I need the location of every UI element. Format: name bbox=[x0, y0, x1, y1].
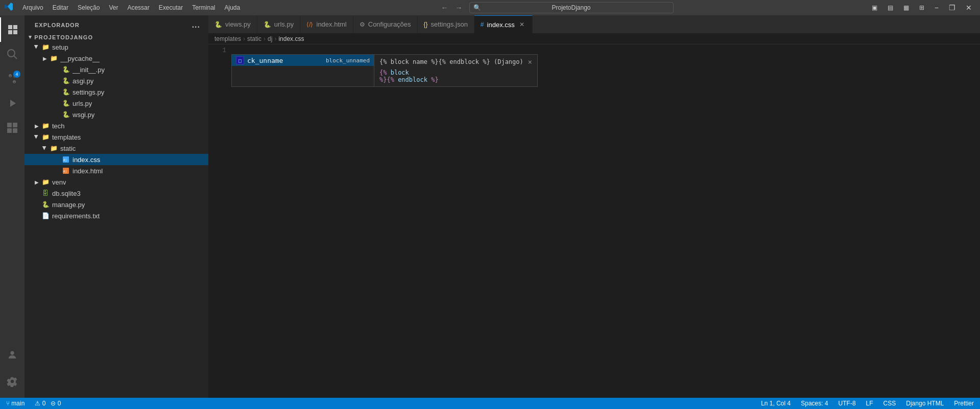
menu-arquivo[interactable]: Arquivo bbox=[18, 2, 47, 13]
tree-item-tech[interactable]: ▶ 📁 tech bbox=[25, 120, 208, 131]
layout-button-2[interactable]: ▤ bbox=[883, 3, 897, 13]
status-eol[interactable]: LF bbox=[864, 400, 875, 407]
activity-settings[interactable] bbox=[0, 369, 25, 394]
tree-item-managepy[interactable]: ▶ 🐍 manage.py bbox=[25, 199, 208, 210]
project-header[interactable]: ▾ PROJETODJANGO bbox=[25, 33, 208, 41]
label-pycache: __pycache__ bbox=[60, 55, 100, 62]
tab-icon-indexhtml: ⟨/⟩ bbox=[306, 21, 313, 28]
nav-back-button[interactable]: ← bbox=[439, 2, 451, 13]
tree-item-urlspy[interactable]: ▶ 🐍 urls.py bbox=[25, 98, 208, 109]
tree-item-wsgspy[interactable]: ▶ 🐍 wsgi.py bbox=[25, 109, 208, 120]
tree-item-pycache[interactable]: ▶ 📁 __pycache__ bbox=[25, 53, 208, 64]
titlebar: Arquivo Editar Seleção Ver Acessar Execu… bbox=[0, 0, 980, 15]
status-language[interactable]: CSS bbox=[881, 400, 898, 407]
detail-close-button[interactable]: × bbox=[528, 58, 532, 66]
tab-close-indexcss[interactable]: ✕ bbox=[518, 20, 526, 29]
tree-item-asgi[interactable]: ▶ 🐍 asgi.py bbox=[25, 75, 208, 86]
tab-configuracoes[interactable]: ⚙ Configurações bbox=[353, 15, 418, 33]
sidebar: Explorador ... ▾ PROJETODJANGO ▶ 📁 setup… bbox=[25, 15, 208, 398]
menu-acessar[interactable]: Acessar bbox=[123, 2, 153, 13]
tree-item-init[interactable]: ▶ 🐍 __init__.py bbox=[25, 64, 208, 75]
autocomplete-label: ck_unname bbox=[247, 57, 283, 64]
tree-item-dbsqlite3[interactable]: ▶ 🗄 db.sqlite3 bbox=[25, 188, 208, 199]
tab-indexhtml[interactable]: ⟨/⟩ index.html bbox=[300, 15, 353, 33]
breadcrumb-indexcss[interactable]: index.css bbox=[278, 35, 304, 42]
nav-forward-button[interactable]: → bbox=[453, 2, 465, 13]
label-urlspy: urls.py bbox=[73, 100, 92, 107]
tree-item-indexcss[interactable]: ▶ dj index.css bbox=[25, 154, 208, 165]
activity-extensions[interactable] bbox=[0, 116, 25, 140]
menu-executar[interactable]: Executar bbox=[155, 2, 187, 13]
menu-editar[interactable]: Editar bbox=[49, 2, 73, 13]
tree-item-indexhtml[interactable]: ▶ dj index.html bbox=[25, 165, 208, 176]
layout-button-1[interactable]: ▣ bbox=[868, 3, 881, 13]
arrow-static: ▶ bbox=[41, 144, 49, 152]
autocomplete-item-block-unnamed[interactable]: □ ck_unname block_unnamed bbox=[232, 55, 374, 66]
tree-item-settingspy[interactable]: ▶ 🐍 settings.py bbox=[25, 86, 208, 98]
detail-code: {% block %}{% endblock %} bbox=[379, 69, 532, 83]
menu-selecao[interactable]: Seleção bbox=[74, 2, 104, 13]
status-spaces[interactable]: Spaces: 4 bbox=[799, 400, 830, 407]
tree-item-venv[interactable]: ▶ 📁 venv bbox=[25, 176, 208, 188]
status-prettier[interactable]: Prettier bbox=[952, 400, 976, 407]
menu-ajuda[interactable]: Ajuda bbox=[221, 2, 245, 13]
tree-item-setup[interactable]: ▶ 📁 setup bbox=[25, 41, 208, 53]
breadcrumb-templates[interactable]: templates bbox=[214, 35, 241, 42]
label-tech: tech bbox=[52, 122, 65, 130]
detail-code-kw2: %}{% bbox=[379, 76, 394, 83]
layout-button-4[interactable]: ⊞ bbox=[915, 3, 928, 13]
win-minimize-button[interactable]: − bbox=[930, 2, 943, 13]
breadcrumb-sep-3: › bbox=[274, 35, 276, 42]
layout-button-3[interactable]: ▦ bbox=[899, 3, 913, 13]
source-control-badge: 4 bbox=[13, 71, 20, 78]
menu-terminal[interactable]: Terminal bbox=[188, 2, 219, 13]
activity-source-control[interactable]: 4 bbox=[0, 66, 25, 91]
status-encoding[interactable]: UTF-8 bbox=[836, 400, 858, 407]
win-close-button[interactable]: ✕ bbox=[962, 2, 976, 13]
tab-label-viewspy: views.py bbox=[225, 20, 251, 28]
tree-item-static[interactable]: ▶ 📁 static bbox=[25, 143, 208, 154]
code-area[interactable]: bod □ ck_unname block_unnamed {% block n… bbox=[231, 44, 980, 398]
file-icon-wsgspy: 🐍 bbox=[61, 110, 70, 119]
tab-settingsjson[interactable]: {} settings.json bbox=[418, 15, 474, 33]
breadcrumb-dj[interactable]: dj bbox=[268, 35, 272, 42]
activity-run-debug[interactable] bbox=[0, 91, 25, 116]
activity-search[interactable] bbox=[0, 42, 25, 66]
svg-text:dj: dj bbox=[63, 158, 67, 162]
search-input[interactable] bbox=[469, 2, 674, 13]
project-arrow: ▾ bbox=[29, 34, 32, 40]
status-position[interactable]: Ln 1, Col 4 bbox=[759, 400, 793, 407]
status-django[interactable]: Django HTML bbox=[904, 400, 946, 407]
label-init: __init__.py bbox=[73, 66, 105, 74]
tree-item-templates[interactable]: ▶ 📁 templates bbox=[25, 131, 208, 143]
tab-indexcss[interactable]: # index.css ✕ bbox=[474, 15, 533, 33]
editor-content: 1 bod □ ck_unname block_unnamed bbox=[208, 44, 980, 398]
autocomplete-detail: {% block name %}{% endblock %} (Django) … bbox=[374, 54, 538, 87]
titlebar-left: Arquivo Editar Seleção Ver Acessar Execu… bbox=[4, 2, 244, 13]
file-icon-init: 🐍 bbox=[61, 65, 70, 74]
tab-viewspy[interactable]: 🐍 views.py bbox=[208, 15, 257, 33]
tab-label-indexcss: index.css bbox=[487, 21, 515, 29]
menu-ver[interactable]: Ver bbox=[105, 2, 122, 13]
detail-code-block: block bbox=[391, 69, 409, 76]
sidebar-content: ▾ PROJETODJANGO ▶ 📁 setup ▶ 📁 __pycache_… bbox=[25, 33, 208, 398]
sidebar-more-button[interactable]: ... bbox=[190, 19, 202, 31]
svg-rect-5 bbox=[7, 128, 12, 133]
arrow-pycache: ▶ bbox=[41, 54, 49, 62]
status-branch[interactable]: ⑂ main bbox=[4, 400, 27, 407]
status-errors[interactable]: ⚠ 0 ⊝ 0 bbox=[33, 400, 63, 407]
label-static: static bbox=[60, 145, 76, 152]
folder-icon-pycache: 📁 bbox=[49, 54, 58, 63]
autocomplete-type: block_unnamed bbox=[326, 57, 370, 64]
tree-item-requirementstxt[interactable]: ▶ 📄 requirements.txt bbox=[25, 210, 208, 221]
label-settingspy: settings.py bbox=[73, 88, 104, 96]
activity-explorer[interactable] bbox=[0, 17, 25, 42]
file-icon-managepy: 🐍 bbox=[41, 200, 50, 209]
activity-accounts[interactable] bbox=[0, 343, 25, 367]
activity-bottom bbox=[0, 343, 25, 398]
breadcrumb-static[interactable]: static bbox=[247, 35, 261, 42]
file-icon-dbsqlite3: 🗄 bbox=[41, 189, 50, 198]
tab-urlspy[interactable]: 🐍 urls.py bbox=[257, 15, 300, 33]
detail-title-text: {% block name %}{% endblock %} (Django) bbox=[379, 58, 523, 65]
win-restore-button[interactable]: ❐ bbox=[945, 2, 960, 13]
